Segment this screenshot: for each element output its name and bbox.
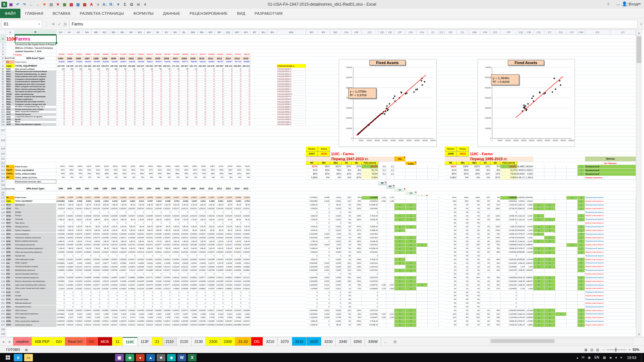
flag-cell[interactable] (533, 236, 544, 240)
lower-value[interactable]: 4,5E-05 (65, 229, 74, 233)
lower-value[interactable]: 0,000130 (101, 323, 109, 327)
sheet-tab-real go[interactable]: Real GO (65, 337, 86, 346)
asset-label[interactable]: Chemical manufacturing, ex. pharm (15, 73, 56, 76)
stat-value[interactable]: 1% (480, 176, 490, 180)
app-icon[interactable]: ▣ (115, 354, 124, 361)
stat-value[interactable]: 62% (457, 172, 469, 176)
flag-cell[interactable]: 1 (533, 207, 544, 211)
asset-value[interactable]: 0 (127, 86, 136, 88)
lower-stat[interactable]: 1% (480, 316, 490, 320)
asset-label[interactable]: Other manufacturing (15, 93, 56, 96)
flag-cell[interactable] (417, 254, 428, 258)
mid-value[interactable]: 81% (189, 172, 198, 176)
lower-value[interactable]: 7,7E-05 (92, 247, 100, 251)
zoom-level[interactable]: 50% (633, 348, 639, 352)
row8-value[interactable]: 295 913 (241, 64, 250, 68)
lower-value[interactable]: 0,0845 (233, 316, 241, 320)
flag-cell[interactable] (428, 312, 439, 316)
paste-icon[interactable]: ▤ (48, 2, 54, 7)
lower-value[interactable]: 5,4E-05 (127, 229, 136, 233)
app-icon[interactable]: ▲ (146, 354, 155, 361)
row7-value[interactable]: 394514 (153, 60, 162, 64)
flag-cell[interactable]: 1 (578, 312, 585, 316)
tray-icon[interactable]: ◈ (609, 356, 612, 359)
mid-value[interactable]: 57% (145, 169, 153, 172)
lower-stat[interactable]: 0,3078922 (306, 312, 318, 316)
lower-value[interactable]: 0,000299 (109, 214, 118, 218)
lower-tail[interactable]: Анализ эластичности (585, 316, 636, 320)
row5-value[interactable]: 207822 (92, 53, 100, 57)
kin-code[interactable]: K1N110C1RD31.A (277, 88, 306, 91)
lower-value[interactable]: 0,000445 (198, 320, 206, 323)
row8-value[interactable]: 120 180 (83, 64, 92, 68)
flag-cell[interactable]: 1 (533, 203, 544, 207)
tail-text[interactable]: Проверенный (585, 172, 636, 176)
lower-stat[interactable]: 0 (500, 305, 517, 309)
stat-header[interactable]: Var (490, 162, 500, 165)
asset-value[interactable]: 0 (101, 81, 109, 83)
lower-value[interactable]: 0 (215, 222, 224, 225)
lower-stat[interactable] (386, 243, 394, 247)
column-header-BL[interactable]: BL (180, 30, 189, 35)
lower-value[interactable]: 0,0000820 (206, 323, 215, 327)
lower-value[interactable]: 0,000465 (136, 309, 145, 312)
lower-stat[interactable]: 1% (341, 287, 352, 291)
asset-value[interactable]: 0 (233, 106, 241, 109)
sheet-tab-2130[interactable]: 2130 (192, 337, 206, 346)
lower-stat[interactable]: 0 (318, 258, 330, 261)
asset-value[interactable]: 0 (198, 81, 206, 83)
lower-tail[interactable]: Анализ эластичности (585, 200, 636, 203)
lower-value[interactable]: 0 (145, 294, 153, 298)
lower-value[interactable]: 0,5707 (145, 200, 153, 203)
flag-cell[interactable]: 1 (406, 261, 417, 265)
lower-value[interactable]: 0 (92, 302, 100, 305)
cut-cells-icon[interactable]: ✕ (55, 2, 61, 7)
lower-value[interactable]: 0,000252 (83, 236, 92, 240)
kin-code[interactable]: K1N110C1RD22.A (277, 81, 306, 83)
flag-cell[interactable] (555, 218, 567, 222)
lower-value[interactable]: 0,000115 (233, 207, 241, 211)
flag-cell[interactable] (555, 280, 567, 284)
mid-value[interactable]: 75% (74, 172, 83, 176)
lower-stat[interactable]: 0 (306, 305, 318, 309)
asset-value[interactable]: 0 (153, 108, 162, 111)
mid-value[interactable]: 122% (224, 165, 233, 169)
row5-value[interactable]: 204316 (109, 53, 118, 57)
lower-value[interactable]: 0 (153, 298, 162, 302)
asset-value[interactable]: 13 (189, 68, 198, 71)
column-header-BN[interactable]: BN (198, 30, 206, 35)
stat-value[interactable]: 93,9419 (517, 172, 525, 176)
stat-value[interactable]: 0,08% (306, 176, 318, 180)
lower-tail[interactable]: Анализ эластичности (585, 280, 636, 284)
row8-value[interactable]: 282 822 (233, 64, 241, 68)
row8-value[interactable]: 126 073 (101, 64, 109, 68)
lower-value[interactable]: 0,006721 (215, 276, 224, 280)
lower-value[interactable]: 0,000571 (162, 320, 171, 323)
flag-cell[interactable]: 1 (578, 265, 585, 269)
lower-value[interactable]: 0,000501 (83, 258, 92, 261)
asset-value[interactable]: 0 (241, 123, 250, 126)
lower-value[interactable]: 0 (74, 298, 83, 302)
lower-stat[interactable]: 0,0007224 (362, 261, 378, 265)
sheet-tab-31-33[interactable]: 31-33 (235, 337, 251, 346)
asset-code[interactable]: RD12 (6, 73, 15, 76)
year-header[interactable]: 2001 (118, 57, 127, 60)
flag-cell[interactable]: 1 (578, 207, 585, 211)
flag-cell[interactable] (417, 287, 428, 291)
lower-value[interactable]: 1,51016 (101, 196, 109, 200)
lower-stat[interactable]: 1,3648328 (500, 196, 517, 200)
lower-stat[interactable]: 0% (445, 214, 457, 218)
lower-stat[interactable]: -1,3151 (525, 229, 533, 233)
lower-stat[interactable]: 0,604 (386, 287, 394, 291)
asset-value[interactable]: 0 (127, 116, 136, 119)
lower-value[interactable]: 0,000196 (215, 214, 224, 218)
flag-cell[interactable] (567, 287, 578, 291)
flag-cell[interactable]: 1 (533, 258, 544, 261)
lower-value[interactable]: 0,000317 (206, 309, 215, 312)
asset-value[interactable]: 0 (224, 76, 233, 78)
flag-cell[interactable] (394, 273, 406, 276)
lower-tail[interactable]: Анализ эластичности (585, 236, 636, 240)
sort-az-icon[interactable]: А↓ (102, 2, 108, 7)
lower-stat[interactable]: 0,0024945 (306, 261, 318, 265)
lower-value[interactable]: 0,000611 (101, 320, 109, 323)
